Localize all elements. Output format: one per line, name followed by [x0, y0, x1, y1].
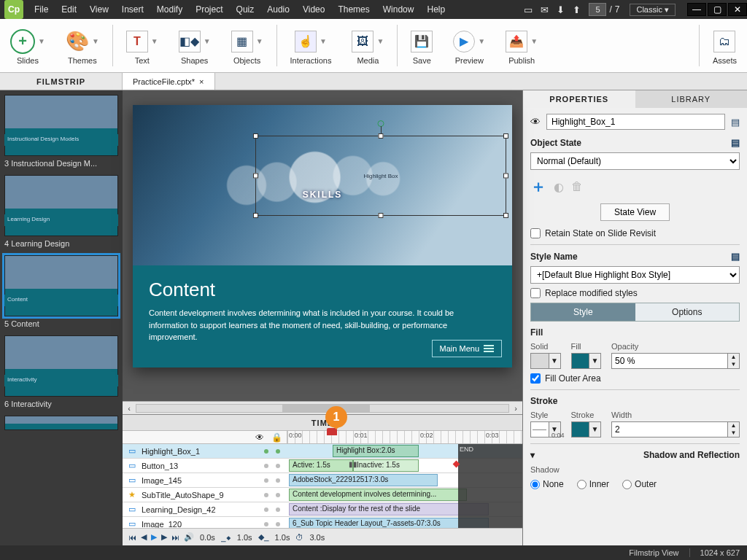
replace-styles-checkbox[interactable]	[530, 288, 541, 298]
status-bar: Filmstrip View 1024 x 627	[0, 545, 747, 560]
highlight-box-selection[interactable]: Highlight Box	[255, 136, 506, 216]
menu-insert[interactable]: Insert	[115, 0, 150, 19]
close-tab-icon[interactable]: ×	[199, 77, 204, 86]
stage[interactable]: SKILLS Highlight Box Content Content dev…	[123, 90, 522, 401]
fill-swatch[interactable]: ▼	[571, 353, 602, 369]
tab-library[interactable]: LIBRARY	[635, 90, 748, 108]
playhead[interactable]	[331, 428, 333, 528]
ribbon-publish[interactable]: 📤▼ Publish	[495, 19, 548, 72]
menu-file[interactable]: File	[28, 0, 55, 19]
object-name-input[interactable]	[546, 114, 725, 130]
main-area: Instructional Design Models 3 Instructio…	[0, 90, 747, 545]
timeline-ruler[interactable]: 👁 🔒 0:00 0:01 0:02 0:03 0:04	[123, 431, 522, 444]
tl-prev-icon[interactable]: ◀	[141, 532, 147, 542]
hamburger-icon	[484, 343, 494, 354]
monitor-icon[interactable]: ▭	[520, 4, 536, 15]
filmstrip-panel[interactable]: Instructional Design Models 3 Instructio…	[0, 90, 123, 545]
state-view-button[interactable]: State View	[600, 203, 670, 221]
visibility-icon[interactable]: 👁	[530, 116, 541, 128]
state-select[interactable]: Normal (Default)	[530, 152, 740, 170]
menu-help[interactable]: Help	[420, 0, 452, 19]
slide-thumb-3[interactable]: Instructional Design Models 3 Instructio…	[4, 95, 118, 168]
document-tabs: FILMSTRIP PracticeFile.cptx* ×	[0, 73, 747, 90]
ribbon-text[interactable]: T▼ Text	[116, 19, 169, 72]
ribbon-shapes[interactable]: ◧◆▼ Shapes	[169, 19, 221, 72]
stroke-heading: Stroke	[530, 396, 557, 406]
slide-thumb-5[interactable]: Content 5 Content	[4, 255, 118, 328]
slide-thumb-4[interactable]: Learning Design 4 Learning Design	[4, 175, 118, 248]
ribbon-interactions[interactable]: ☝▼ Interactions	[280, 19, 342, 72]
fill-outer-checkbox[interactable]	[530, 373, 541, 384]
current-slide[interactable]: 5	[589, 3, 606, 16]
menu-audio[interactable]: Audio	[260, 0, 296, 19]
upload-icon[interactable]: ⬆	[568, 4, 584, 15]
menu-project[interactable]: Project	[189, 0, 229, 19]
opacity-input[interactable]: ▲▼	[611, 353, 740, 369]
stroke-width-input[interactable]: ▲▼	[611, 421, 740, 438]
workspace-dropdown[interactable]: Classic ▾	[630, 4, 676, 16]
timeline-panel: 1 TIME 👁 🔒 0:00 0:01 0:02 0:03 0:04 ▭Hig…	[123, 414, 522, 545]
tl-audio-icon[interactable]: 🔊	[184, 532, 194, 542]
style-name-select[interactable]: +[Default Blue Highlight Box Style]	[530, 266, 740, 284]
tl-dur-icon[interactable]: ⏱	[295, 533, 303, 542]
menu-quiz[interactable]: Quiz	[230, 0, 261, 19]
file-tab[interactable]: PracticeFile.cptx* ×	[123, 73, 215, 90]
add-state-icon[interactable]: ＋	[530, 176, 546, 198]
tl-last-icon[interactable]: ⏭	[171, 533, 179, 542]
ribbon-preview[interactable]: ▶▼ Preview	[443, 19, 495, 72]
window-maximize[interactable]: ▢	[708, 3, 727, 16]
timeline-end-region: END	[458, 444, 522, 528]
eye-icon[interactable]: 👁	[255, 432, 264, 443]
menu-video[interactable]: Video	[296, 0, 331, 19]
menu-window[interactable]: Window	[376, 0, 421, 19]
lock-icon[interactable]: 🔒	[271, 432, 282, 443]
solid-swatch[interactable]: ▼	[530, 353, 561, 369]
window-close[interactable]: ✕	[728, 3, 747, 16]
prev-state-icon: ◐	[554, 180, 564, 194]
shadow-none-radio[interactable]	[530, 480, 540, 489]
panel-menu-icon[interactable]: ▤	[731, 137, 740, 148]
ribbon-save[interactable]: 💾 Save	[400, 19, 443, 72]
mail-icon[interactable]: ✉	[536, 4, 552, 15]
tab-properties[interactable]: PROPERTIES	[523, 90, 635, 108]
slide-thumb-6[interactable]: Interactivity 6 Interactivity	[4, 335, 118, 408]
stroke-color-swatch[interactable]: ▼	[571, 421, 602, 438]
status-view: Filmstrip View	[629, 548, 678, 557]
tl-play-icon[interactable]: ▶	[151, 532, 157, 542]
annotation-marker-1: 1	[325, 406, 347, 428]
tl-first-icon[interactable]: ⏮	[128, 533, 136, 542]
timeline-controls: ⏮ ◀ ▶ ▶ ⏭ 🔊 0.0s ⎯◆1.0s ◆⎯1.0s ⏱3.0s	[123, 528, 522, 545]
slide-title: Content	[149, 279, 496, 301]
window-minimize[interactable]: —	[687, 3, 706, 16]
retain-state-checkbox[interactable]	[530, 228, 541, 238]
stage-area: SKILLS Highlight Box Content Content dev…	[123, 90, 522, 545]
slide-canvas[interactable]: SKILLS Highlight Box Content Content dev…	[133, 105, 512, 368]
tl-marker-a-icon[interactable]: ⎯◆	[221, 533, 231, 542]
tl-next-icon[interactable]: ▶	[161, 532, 167, 542]
ribbon-themes[interactable]: 🎨▼ Themes	[55, 19, 109, 72]
ribbon-media[interactable]: 🖼▼ Media	[341, 19, 394, 72]
shadow-inner-radio[interactable]	[577, 480, 587, 489]
subtab-options[interactable]: Options	[635, 303, 740, 321]
download-icon[interactable]: ⬇	[552, 4, 568, 15]
panel-menu-icon[interactable]: ▤	[731, 117, 740, 128]
subtab-style[interactable]: Style	[531, 303, 635, 321]
filmstrip-header: FILMSTRIP	[0, 73, 123, 90]
timeline-title: TIME	[123, 415, 522, 431]
slide-thumb-7[interactable]	[4, 416, 118, 430]
ribbon-assets[interactable]: 🗂 Assets	[703, 19, 747, 72]
stage-scrollbar[interactable]: ‹›	[123, 401, 522, 414]
shadow-outer-radio[interactable]	[622, 480, 632, 489]
tl-marker-b-icon[interactable]: ◆⎯	[258, 532, 269, 542]
ribbon-objects[interactable]: ▦▼ Objects	[221, 19, 274, 72]
style-name-heading: Style Name	[530, 252, 578, 262]
menu-themes[interactable]: Themes	[331, 0, 376, 19]
main-menu-button[interactable]: Main Menu	[432, 340, 502, 357]
panel-menu-icon[interactable]: ▤	[731, 251, 740, 262]
menu-edit[interactable]: Edit	[55, 0, 83, 19]
delete-state-icon: 🗑	[571, 180, 583, 193]
ribbon-slides[interactable]: +▼ Slides	[0, 19, 55, 72]
menu-modify[interactable]: Modify	[150, 0, 189, 19]
menu-view[interactable]: View	[83, 0, 115, 19]
app-logo: Cp	[4, 0, 23, 19]
